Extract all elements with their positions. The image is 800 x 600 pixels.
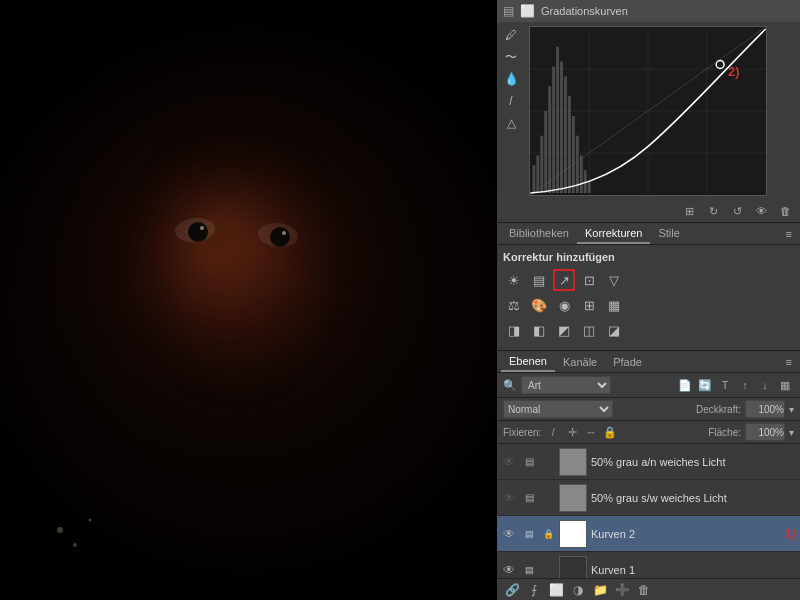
layer-eye-kurven1[interactable]: 👁 bbox=[501, 562, 517, 578]
curves-svg: 2) bbox=[530, 27, 766, 195]
svg-rect-19 bbox=[580, 155, 583, 193]
layer-thumb-kurven2 bbox=[559, 520, 587, 548]
brightness-icon[interactable]: ☀ bbox=[503, 269, 525, 291]
selective-color-icon[interactable]: ◪ bbox=[603, 319, 625, 341]
tab-bibliotheken[interactable]: Bibliotheken bbox=[501, 224, 577, 244]
tab-stile[interactable]: Stile bbox=[650, 224, 687, 244]
photo-filter-icon[interactable]: ◉ bbox=[553, 294, 575, 316]
layer-item-kurven1[interactable]: 👁 ▤ Kurven 1 bbox=[497, 552, 800, 578]
tabs-menu-icon[interactable]: ≡ bbox=[782, 226, 796, 242]
korr-row2: ⚖ 🎨 ◉ ⊞ ▦ bbox=[503, 294, 794, 316]
vibrance-icon[interactable]: ▽ bbox=[603, 269, 625, 291]
triangle-icon[interactable]: △ bbox=[501, 114, 521, 132]
curves-graph-area: 2) bbox=[525, 22, 800, 200]
new-layer-icon[interactable]: 📄 bbox=[676, 377, 694, 393]
levels-icon[interactable]: ▤ bbox=[528, 269, 550, 291]
layer-name-kurven1: Kurven 1 bbox=[591, 564, 796, 576]
svg-rect-14 bbox=[560, 62, 563, 193]
channel-icon[interactable]: ⊞ bbox=[578, 294, 600, 316]
layer-mask-icon[interactable]: ⬜ bbox=[547, 582, 565, 598]
layer-eye-gray-sw[interactable]: 👁 bbox=[501, 490, 517, 506]
undo-icon[interactable]: ↺ bbox=[728, 203, 746, 219]
exposure-icon[interactable]: ⊡ bbox=[578, 269, 600, 291]
layers-row-icons: 📄 🔄 T ↑ ↓ ▦ bbox=[676, 377, 794, 393]
svg-point-22 bbox=[716, 61, 724, 69]
invert-icon[interactable]: ◨ bbox=[503, 319, 525, 341]
fix-all-icon[interactable]: 🔒 bbox=[602, 424, 618, 440]
layers-controls: 🔍 Art 📄 🔄 T ↑ ↓ ▦ bbox=[497, 373, 800, 398]
tab-ebenen[interactable]: Ebenen bbox=[501, 352, 555, 372]
grid-small-icon[interactable]: ⊞ bbox=[680, 203, 698, 219]
svg-rect-16 bbox=[568, 96, 571, 193]
curves-graph[interactable]: 2) bbox=[529, 26, 767, 196]
layer-lock-gray-sw bbox=[541, 491, 555, 505]
tabs-area: Bibliotheken Korrekturen Stile ≡ bbox=[497, 223, 800, 245]
curve-wave-icon[interactable]: 〜 bbox=[501, 48, 521, 66]
color-lookup-icon[interactable]: ▦ bbox=[603, 294, 625, 316]
svg-rect-15 bbox=[564, 76, 567, 193]
opacity-arrow-icon[interactable]: ▾ bbox=[789, 404, 794, 415]
tab-korrekturen[interactable]: Korrekturen bbox=[577, 224, 650, 244]
korr-row3: ◨ ◧ ◩ ◫ ◪ bbox=[503, 319, 794, 341]
rotate-icon[interactable]: ↻ bbox=[704, 203, 722, 219]
layer-eye-kurven2[interactable]: 👁 bbox=[501, 526, 517, 542]
layer-thumb-gray-an bbox=[559, 448, 587, 476]
text-icon[interactable]: T bbox=[716, 377, 734, 393]
opacity-input[interactable] bbox=[745, 400, 785, 418]
fill-input[interactable] bbox=[745, 423, 785, 441]
layer-thumb-kurven1 bbox=[559, 556, 587, 579]
dropper-icon[interactable]: 💧 bbox=[501, 70, 521, 88]
blend-mode-select[interactable]: Normal bbox=[503, 400, 613, 418]
delete-layer-icon[interactable]: 🗑 bbox=[635, 582, 653, 598]
gradient-map-icon[interactable]: ◫ bbox=[578, 319, 600, 341]
thumbnail-icon[interactable]: ▦ bbox=[776, 377, 794, 393]
curves-bottom-bar: ⊞ ↻ ↺ 👁 🗑 bbox=[497, 200, 800, 222]
eye-curves-icon[interactable]: 👁 bbox=[752, 203, 770, 219]
layer-name-gray-sw: 50% grau s/w weiches Licht bbox=[591, 492, 796, 504]
layers-list: 👁 ▤ 50% grau a/n weiches Licht 👁 ▤ 50% g… bbox=[497, 444, 800, 578]
pen-tool-icon[interactable]: / bbox=[501, 92, 521, 110]
hue-icon[interactable]: 🎨 bbox=[528, 294, 550, 316]
layers-menu-icon[interactable]: ≡ bbox=[782, 354, 796, 370]
posterize-icon[interactable]: ◧ bbox=[528, 319, 550, 341]
curves-korr-icon[interactable]: ↗ bbox=[553, 269, 575, 291]
fix-paint-icon[interactable]: / bbox=[545, 424, 561, 440]
up-icon[interactable]: ↑ bbox=[736, 377, 754, 393]
balance-icon[interactable]: ⚖ bbox=[503, 294, 525, 316]
curves-toolbar: 🖊 〜 💧 / △ bbox=[497, 22, 525, 200]
tab-kanaele[interactable]: Kanäle bbox=[555, 353, 605, 371]
threshold-icon[interactable]: ◩ bbox=[553, 319, 575, 341]
korr-title: Korrektur hinzufügen bbox=[503, 251, 794, 263]
fix-transform-icon[interactable]: ↔ bbox=[583, 424, 599, 440]
svg-rect-7 bbox=[532, 165, 535, 193]
layer-curves-icon-k1: ▤ bbox=[521, 562, 537, 578]
new-layer-btn-icon[interactable]: ➕ bbox=[613, 582, 631, 598]
trash-curves-icon[interactable]: 🗑 bbox=[776, 203, 794, 219]
layer-style-icon[interactable]: ⨍ bbox=[525, 582, 543, 598]
eyedropper-icon[interactable]: 🖊 bbox=[501, 26, 521, 44]
down-icon[interactable]: ↓ bbox=[756, 377, 774, 393]
layer-type-select[interactable]: Art bbox=[521, 376, 611, 394]
curves-title: Gradationskurven bbox=[541, 5, 628, 17]
layers-bottom: 🔗 ⨍ ⬜ ◑ 📁 ➕ 🗑 bbox=[497, 578, 800, 600]
link-layers-icon[interactable]: 🔗 bbox=[503, 582, 521, 598]
new-group-icon[interactable]: 📁 bbox=[591, 582, 609, 598]
adjustment-layer-icon[interactable]: ◑ bbox=[569, 582, 587, 598]
tab-pfade[interactable]: Pfade bbox=[605, 353, 650, 371]
fill-arrow-icon[interactable]: ▾ bbox=[789, 427, 794, 438]
search-icon: 🔍 bbox=[503, 379, 517, 392]
refresh-icon[interactable]: 🔄 bbox=[696, 377, 714, 393]
korrekturen-panel: Korrektur hinzufügen ☀ ▤ ↗ ⊡ ▽ ⚖ 🎨 ◉ ⊞ ▦… bbox=[497, 245, 800, 351]
fill-label: Fläche: bbox=[708, 427, 741, 438]
layer-item-gray-sw[interactable]: 👁 ▤ 50% grau s/w weiches Licht bbox=[497, 480, 800, 516]
curves-header: ▤ ⬜ Gradationskurven bbox=[497, 0, 800, 22]
layer-lock-kurven2: 🔒 bbox=[541, 527, 555, 541]
blend-opacity-row: Normal Deckkraft: ▾ bbox=[497, 398, 800, 421]
layer-eye-gray-an[interactable]: 👁 bbox=[501, 454, 517, 470]
fix-move-icon[interactable]: ✛ bbox=[564, 424, 580, 440]
layer-item-gray-an[interactable]: 👁 ▤ 50% grau a/n weiches Licht bbox=[497, 444, 800, 480]
layer-thumb-gray-sw bbox=[559, 484, 587, 512]
svg-rect-13 bbox=[556, 47, 559, 193]
curves-panel: ▤ ⬜ Gradationskurven 🖊 〜 💧 / △ bbox=[497, 0, 800, 223]
layer-item-kurven2[interactable]: 👁 ▤ 🔒 Kurven 2 1) bbox=[497, 516, 800, 552]
